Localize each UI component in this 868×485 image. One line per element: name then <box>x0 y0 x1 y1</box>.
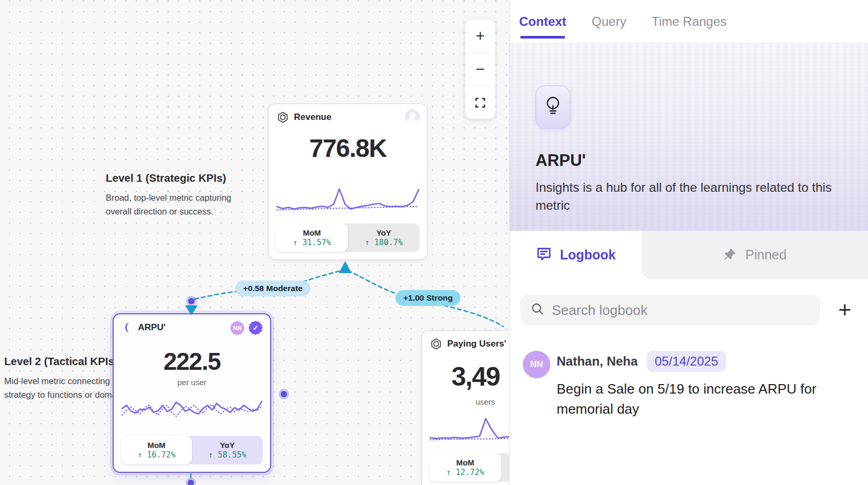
add-log-entry-button[interactable]: + <box>832 297 858 323</box>
logbook-entry[interactable]: NN Nathan, Neha 05/14/2025 Begin a Sale … <box>520 351 868 419</box>
entry-author: Nathan, Neha <box>557 354 638 369</box>
crescent-moon-icon <box>122 322 133 333</box>
mom-label: MoM <box>303 228 321 237</box>
level-1-title: Level 1 (Strategic KPIs) <box>106 172 232 184</box>
metric-description: Insights is a hub for all of the learnin… <box>535 179 842 214</box>
arpu-card-title: ARPU' <box>138 322 165 333</box>
paying-users-card-title: Paying Users' <box>447 339 506 349</box>
fullscreen-icon <box>475 94 485 111</box>
entry-header: Nathan, Neha 05/14/2025 <box>557 351 832 372</box>
metric-name-heading: ARPU' <box>535 151 847 170</box>
metric-node-icon <box>430 338 442 350</box>
paying-users-sparkline <box>430 414 509 452</box>
logbook-search-bar[interactable] <box>520 295 820 325</box>
metric-card-paying-users[interactable]: Paying Users' 3,49 users MoM ↑ 12.72% <box>421 330 509 485</box>
level-1-description: Broad, top-level metric capturing overal… <box>106 191 232 218</box>
mom-label: MoM <box>456 458 474 467</box>
tab-logbook[interactable]: Logbook <box>510 231 642 279</box>
metric-card-revenue[interactable]: Revenue 776.8K MoM ↑ 31.57% YoY ↑ 180.7% <box>268 104 428 260</box>
arpu-unit: per user <box>114 378 270 387</box>
zoom-toolbar: + − <box>465 20 495 119</box>
arpu-sparkline <box>122 394 262 433</box>
revenue-stats: MoM ↑ 31.57% YoY ↑ 180.7% <box>276 223 420 252</box>
revenue-yoy-toggle[interactable]: YoY ↑ 180.7% <box>348 223 420 252</box>
arpu-card-header: ARPU' <box>122 322 165 333</box>
tab-pinned[interactable]: Pinned <box>642 231 868 279</box>
revenue-sparkline <box>277 183 419 223</box>
tab-time-ranges[interactable]: Time Ranges <box>652 0 727 43</box>
yoy-label: YoY <box>220 441 235 450</box>
logbook-tab-label: Logbook <box>560 247 616 263</box>
revenue-card-header: Revenue <box>277 111 331 123</box>
metric-context-hero: ARPU' Insights is a hub for all of the l… <box>510 43 868 231</box>
correlation-label-moderate[interactable]: +0.58 Moderate <box>235 281 310 296</box>
tab-query[interactable]: Query <box>592 0 626 43</box>
paying-users-card-header: Paying Users' <box>430 338 506 350</box>
connection-handle[interactable] <box>188 298 195 304</box>
owner-avatar-icon <box>405 109 420 124</box>
panel-tab-bar: Context Query Time Ranges <box>510 0 868 43</box>
correlation-label-strong[interactable]: +1.00 Strong <box>395 290 460 306</box>
mom-value: ↑ 12.72% <box>446 468 484 477</box>
connection-handle[interactable] <box>281 391 287 397</box>
logbook-pinned-tabs: Pinned Logbook <box>510 231 868 279</box>
metric-tree-canvas[interactable]: Level 1 (Strategic KPIs) Broad, top-leve… <box>0 0 509 485</box>
pinned-tab-label: Pinned <box>745 247 787 263</box>
revenue-value: 776.8K <box>269 134 427 163</box>
paying-users-unit: users <box>422 397 509 406</box>
metric-tree-app: Level 1 (Strategic KPIs) Broad, top-leve… <box>0 0 868 485</box>
entry-date-badge: 05/14/2025 <box>647 351 725 372</box>
level-2-title: Level 2 (Tactical KPIs) <box>4 355 130 368</box>
mom-value: ↑ 31.57% <box>293 238 331 247</box>
level-2-description: Mid-level metric connecting strategy to … <box>4 375 130 402</box>
arpu-card-badges: NN ✓ <box>230 321 263 335</box>
arpu-value: 222.5 <box>114 347 270 376</box>
fit-view-button[interactable] <box>465 86 495 119</box>
yoy-value: ↑ 58.55% <box>208 450 246 460</box>
entry-content: Nathan, Neha 05/14/2025 Begin a Sale on … <box>557 351 832 419</box>
lightbulb-icon <box>543 95 562 119</box>
logbook-search-row: + <box>520 295 868 325</box>
paying-users-mom-toggle[interactable]: MoM ↑ 12.72% <box>429 453 501 482</box>
insight-icon-card <box>535 86 570 129</box>
collaborator-badge: NN <box>230 321 244 335</box>
connection-handle-halo <box>279 389 289 399</box>
tab-context[interactable]: Context <box>519 0 566 43</box>
zoom-out-button[interactable]: − <box>465 53 495 86</box>
paying-users-yoy-toggle[interactable] <box>501 453 509 482</box>
arrow-into-revenue <box>339 261 352 273</box>
connection-handle[interactable] <box>188 480 194 485</box>
yoy-value: ↑ 180.7% <box>365 238 403 247</box>
revenue-mom-toggle[interactable]: MoM ↑ 31.57% <box>276 223 348 252</box>
yoy-label: YoY <box>376 228 391 237</box>
metric-card-arpu[interactable]: ARPU' NN ✓ 222.5 per user MoM ↑ 16.72% Y… <box>113 313 271 473</box>
metric-node-icon <box>277 111 289 123</box>
revenue-card-title: Revenue <box>294 112 331 123</box>
search-icon <box>531 302 544 318</box>
author-avatar: NN <box>523 351 550 378</box>
logbook-section: + NN Nathan, Neha 05/14/2025 Begin a Sal… <box>510 279 868 419</box>
pushpin-icon <box>723 247 737 263</box>
paying-users-stats: MoM ↑ 12.72% <box>429 453 509 482</box>
logbook-comment-icon <box>535 246 552 265</box>
arpu-mom-toggle[interactable]: MoM ↑ 16.72% <box>121 436 192 464</box>
level-1-label: Level 1 (Strategic KPIs) Broad, top-leve… <box>106 172 232 218</box>
verified-badge-icon: ✓ <box>248 321 263 335</box>
mom-label: MoM <box>147 441 165 450</box>
entry-text: Begin a Sale on 5/19 to increase ARPU fo… <box>557 379 832 419</box>
level-2-label: Level 2 (Tactical KPIs) Mid-level metric… <box>4 355 130 402</box>
paying-users-value: 3,49 <box>422 361 509 392</box>
zoom-in-button[interactable]: + <box>465 20 495 52</box>
arpu-yoy-toggle[interactable]: YoY ↑ 58.55% <box>192 436 263 464</box>
arpu-stats: MoM ↑ 16.72% YoY ↑ 58.55% <box>121 436 263 464</box>
connection-handle-halo <box>186 296 197 306</box>
search-input[interactable] <box>552 302 809 319</box>
connection-handle-halo <box>186 478 196 485</box>
context-side-panel: Context Query Time Ranges ARPU' Insights… <box>509 0 868 485</box>
mom-value: ↑ 16.72% <box>137 450 176 460</box>
